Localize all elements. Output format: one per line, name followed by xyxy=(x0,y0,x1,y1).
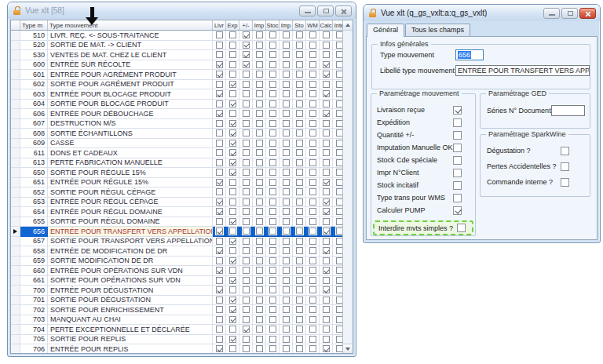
cell-check-5[interactable] xyxy=(280,41,293,51)
cell-check-2[interactable] xyxy=(239,50,253,60)
row-gutter[interactable] xyxy=(11,296,20,306)
cell-label[interactable]: ENTRÉE POUR RÉGUL DOMAINE xyxy=(48,207,213,217)
row-gutter[interactable] xyxy=(11,70,20,80)
cell-check-4[interactable] xyxy=(266,315,280,326)
cell-code[interactable]: 704 xyxy=(20,325,48,335)
cell-check-2[interactable] xyxy=(239,207,253,217)
cell-check-2[interactable] xyxy=(239,100,253,110)
cell-label[interactable]: SORTIE POUR AGRÉMENT PRODUIT xyxy=(48,80,213,90)
cell-check-9[interactable] xyxy=(333,198,342,208)
cell-check-2[interactable] xyxy=(239,158,253,169)
cell-check-7[interactable] xyxy=(306,89,320,100)
cell-code[interactable]: 700 xyxy=(20,286,48,296)
cell-code[interactable]: 520 xyxy=(20,41,48,51)
cell-check-4[interactable] xyxy=(266,119,280,129)
cell-check-7[interactable] xyxy=(306,31,320,41)
cell-check-0[interactable] xyxy=(213,286,226,296)
cell-check-7[interactable] xyxy=(306,148,320,158)
cell-check-1[interactable] xyxy=(226,89,239,100)
cell-label[interactable]: SORTIE DE MAT. -> CLIENT xyxy=(48,41,213,51)
cell-check-5[interactable] xyxy=(280,325,293,335)
column-header-check-9[interactable]: Inte xyxy=(333,20,342,30)
cell-label[interactable]: ENTRÉE SUR RÉCOLTE xyxy=(48,60,213,71)
cell-check-5[interactable] xyxy=(280,296,293,306)
cell-check-5[interactable] xyxy=(280,139,293,149)
cell-code[interactable]: 601 xyxy=(20,70,48,80)
cell-check-6[interactable] xyxy=(293,217,306,228)
cell-check-9[interactable] xyxy=(333,148,342,158)
cell-check-4[interactable] xyxy=(266,139,280,149)
cell-check-1[interactable] xyxy=(226,119,239,129)
cell-check-9[interactable] xyxy=(333,119,342,129)
cell-check-2[interactable] xyxy=(239,178,253,188)
cell-check-0[interactable] xyxy=(213,187,226,198)
cell-check-6[interactable] xyxy=(293,296,306,306)
cell-check-8[interactable] xyxy=(320,109,333,119)
cell-check-4[interactable] xyxy=(266,207,280,217)
cell-check-2[interactable] xyxy=(239,227,253,237)
cell-check-4[interactable] xyxy=(266,227,280,237)
cell-label[interactable]: ENTRÉE POUR DÉGUSTATION xyxy=(48,286,213,296)
cell-check-9[interactable] xyxy=(333,80,342,90)
cell-check-9[interactable] xyxy=(333,60,342,71)
table-row[interactable]: 604SORTIE POUR BLOCAGE PRODUIT xyxy=(11,100,342,110)
cell-check-0[interactable] xyxy=(213,31,226,41)
cell-check-7[interactable] xyxy=(306,41,320,51)
cell-check-3[interactable] xyxy=(253,100,266,110)
cell-check-6[interactable] xyxy=(293,158,306,169)
cell-check-6[interactable] xyxy=(293,198,306,208)
close-button[interactable] xyxy=(335,5,352,16)
cell-check-8[interactable] xyxy=(320,276,333,286)
column-header-check-4[interactable]: Stoc xyxy=(266,20,280,30)
cell-check-1[interactable] xyxy=(226,276,239,286)
cell-check-9[interactable] xyxy=(333,344,342,353)
checkbox-icon[interactable] xyxy=(453,181,462,190)
cell-check-9[interactable] xyxy=(333,129,342,139)
cell-label[interactable]: DONS ET CADEAUX xyxy=(48,148,213,158)
cell-check-7[interactable] xyxy=(306,227,320,237)
cell-code[interactable]: 606 xyxy=(20,109,48,119)
cell-check-2[interactable] xyxy=(239,89,253,100)
cell-code[interactable]: 656 xyxy=(20,227,48,237)
cell-check-0[interactable] xyxy=(213,344,226,353)
cell-check-6[interactable] xyxy=(293,60,306,71)
cell-check-9[interactable] xyxy=(333,109,342,119)
cell-check-0[interactable] xyxy=(213,109,226,119)
cell-check-3[interactable] xyxy=(253,246,266,257)
cell-check-8[interactable] xyxy=(320,139,333,149)
cell-check-4[interactable] xyxy=(266,129,280,139)
row-gutter[interactable] xyxy=(11,158,20,169)
cell-check-6[interactable] xyxy=(293,139,306,149)
table-row[interactable]: 704PERTE EXCEPTIONNELLE ET DÉCLARÉE xyxy=(11,325,342,335)
cell-check-1[interactable] xyxy=(226,335,239,345)
cell-check-6[interactable] xyxy=(293,257,306,267)
cell-check-1[interactable] xyxy=(226,198,239,208)
cell-check-7[interactable] xyxy=(306,296,320,306)
maximize-button[interactable] xyxy=(317,5,334,16)
row-gutter[interactable] xyxy=(11,178,20,188)
cell-label[interactable]: MANQUANT AU CHAI xyxy=(48,315,213,326)
cell-check-2[interactable] xyxy=(239,325,253,335)
cell-check-5[interactable] xyxy=(280,31,293,41)
cell-code[interactable]: 660 xyxy=(20,266,48,276)
cell-check-3[interactable] xyxy=(253,139,266,149)
cell-check-0[interactable] xyxy=(213,227,226,237)
cell-check-7[interactable] xyxy=(306,344,320,353)
cell-check-8[interactable] xyxy=(320,246,333,257)
cell-check-9[interactable] xyxy=(333,227,342,237)
cell-check-5[interactable] xyxy=(280,100,293,110)
cell-check-6[interactable] xyxy=(293,50,306,60)
cell-check-7[interactable] xyxy=(306,60,320,71)
cell-check-8[interactable] xyxy=(320,227,333,237)
row-gutter[interactable] xyxy=(11,50,20,60)
cell-label[interactable]: SORTIE POUR TRANSPORT VERS APPELLATION R… xyxy=(48,237,213,247)
cell-check-5[interactable] xyxy=(280,276,293,286)
vertical-scrollbar[interactable] xyxy=(342,20,353,353)
cell-check-1[interactable] xyxy=(226,187,239,198)
cell-check-8[interactable] xyxy=(320,89,333,100)
cell-check-2[interactable] xyxy=(239,198,253,208)
cell-check-0[interactable] xyxy=(213,139,226,149)
row-gutter[interactable] xyxy=(11,109,20,119)
cell-check-1[interactable] xyxy=(226,60,239,71)
cell-check-8[interactable] xyxy=(320,80,333,90)
